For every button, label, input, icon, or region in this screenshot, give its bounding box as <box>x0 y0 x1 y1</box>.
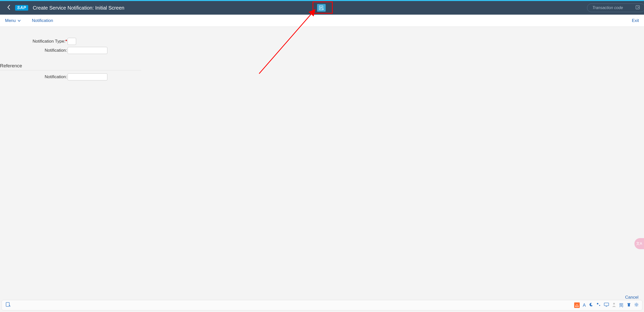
tray-orange-icon[interactable] <box>574 302 580 308</box>
floating-translate-widget[interactable]: 文A <box>634 238 644 249</box>
menu-notification[interactable]: Notification <box>32 18 53 23</box>
center-tool-icon-button[interactable] <box>317 4 326 12</box>
row-notification-type: Notification Type:* <box>0 38 644 45</box>
content-area: Notification Type:* Notification: Refere… <box>0 27 644 303</box>
svg-point-4 <box>597 303 598 304</box>
gear-icon <box>634 302 639 307</box>
tray-shirt-icon[interactable] <box>627 302 631 308</box>
transaction-go-button[interactable] <box>635 5 640 11</box>
row-reference-notification: Notification: <box>0 73 644 80</box>
moon-icon <box>589 302 593 307</box>
main-form: Notification Type:* Notification: Refere… <box>0 27 644 80</box>
note-icon <box>319 5 324 10</box>
page-title: Create Service Notification: Initial Scr… <box>33 5 125 11</box>
tray-gear-icon[interactable] <box>634 302 639 308</box>
tray-moon-icon[interactable] <box>589 302 593 308</box>
menu-dropdown[interactable]: Menu <box>5 18 21 23</box>
note-icon <box>5 302 11 307</box>
input-notification[interactable] <box>68 47 107 54</box>
section-title-reference: Reference <box>0 63 644 70</box>
system-tray: A 简 <box>574 302 639 308</box>
row-notification: Notification: <box>0 47 644 54</box>
tray-screen-icon[interactable] <box>604 303 609 308</box>
sparkle-icon <box>596 302 601 307</box>
screen-icon <box>604 303 609 307</box>
menu-label: Menu <box>5 18 16 23</box>
network-icon <box>575 303 579 307</box>
menu-bar: Menu Notification Exit <box>0 15 644 27</box>
svg-point-7 <box>613 303 615 304</box>
back-button[interactable] <box>0 5 15 11</box>
sap-logo: SAP <box>15 5 28 11</box>
status-bar: A 简 <box>2 300 642 310</box>
tray-font-icon[interactable]: A <box>583 303 586 308</box>
svg-rect-3 <box>6 302 9 306</box>
tray-jian-icon[interactable]: 简 <box>619 302 624 308</box>
svg-point-5 <box>599 305 600 306</box>
svg-point-8 <box>636 304 637 305</box>
go-icon <box>635 5 640 10</box>
label-reference-notification: Notification: <box>0 74 68 79</box>
tray-user-icon[interactable] <box>612 302 616 308</box>
shirt-icon <box>627 302 631 307</box>
section-divider <box>0 70 141 70</box>
menu-exit[interactable]: Exit <box>632 18 639 23</box>
cancel-button[interactable]: Cancel <box>625 295 638 300</box>
chevron-down-icon <box>17 18 21 23</box>
user-icon <box>612 302 616 307</box>
chevron-left-icon <box>7 5 11 10</box>
transaction-code-area <box>587 4 644 12</box>
input-reference-notification[interactable] <box>68 73 107 80</box>
required-asterisk: * <box>65 39 67 44</box>
tray-sparkle-icon[interactable] <box>596 302 601 308</box>
footer-note-icon[interactable] <box>5 302 11 308</box>
label-notification-type: Notification Type:* <box>0 39 68 44</box>
svg-rect-6 <box>604 303 609 306</box>
input-notification-type[interactable] <box>68 38 76 45</box>
label-notification: Notification: <box>0 48 68 53</box>
app-header: SAP Create Service Notification: Initial… <box>0 1 644 15</box>
